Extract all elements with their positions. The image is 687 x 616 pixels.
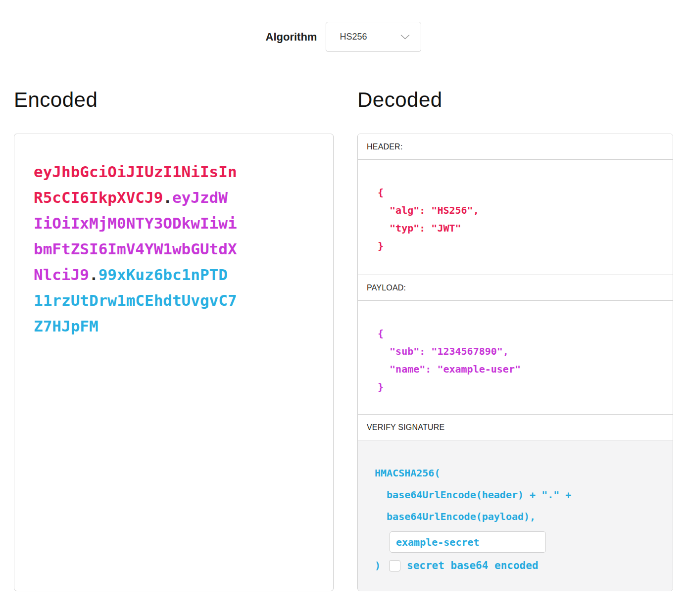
encoded-column: Encoded eyJhbGciOiJIUzI1NiIsInR5cCI6IkpX… xyxy=(14,89,334,591)
signature-footer: ) secret base64 encoded xyxy=(375,560,673,571)
signature-code: HMACSHA256( base64UrlEncode(header) + ".… xyxy=(375,462,673,527)
header-json-editor[interactable]: { "alg": "HS256", "typ": "JWT" } xyxy=(358,160,673,275)
verify-signature-panel: HMACSHA256( base64UrlEncode(header) + ".… xyxy=(358,440,673,591)
decoded-title: Decoded xyxy=(357,89,673,111)
payload-section-label: PAYLOAD: xyxy=(358,275,673,301)
algorithm-select[interactable]: HS256 xyxy=(326,22,421,52)
verify-signature-section-label: VERIFY SIGNATURE xyxy=(358,415,673,440)
decoded-column: Decoded HEADER: { "alg": "HS256", "typ":… xyxy=(357,89,673,591)
chevron-down-icon xyxy=(400,34,410,40)
header-section-label: HEADER: xyxy=(358,134,673,160)
algorithm-bar: Algorithm HS256 xyxy=(0,0,687,52)
payload-json-editor[interactable]: { "sub": "1234567890", "name": "example-… xyxy=(358,301,673,415)
token-separator: . xyxy=(163,189,172,206)
secret-base64-label[interactable]: secret base64 encoded xyxy=(407,560,539,571)
signature-close-paren: ) xyxy=(375,560,381,571)
debugger-main: Encoded eyJhbGciOiJIUzI1NiIsInR5cCI6IkpX… xyxy=(0,89,687,591)
encoded-title: Encoded xyxy=(14,89,334,111)
token-separator: . xyxy=(89,266,98,284)
payload-json: { "sub": "1234567890", "name": "example-… xyxy=(378,325,673,396)
decoded-panel: HEADER: { "alg": "HS256", "typ": "JWT" }… xyxy=(357,134,673,591)
header-json: { "alg": "HS256", "typ": "JWT" } xyxy=(378,184,673,255)
algorithm-label: Algorithm xyxy=(266,31,317,44)
secret-input[interactable] xyxy=(390,531,546,553)
jwt-token[interactable]: eyJhbGciOiJIUzI1NiIsInR5cCI6IkpXVCJ9.eyJ… xyxy=(34,159,237,339)
algorithm-selected-value: HS256 xyxy=(340,32,367,42)
encoded-token-editor[interactable]: eyJhbGciOiJIUzI1NiIsInR5cCI6IkpXVCJ9.eyJ… xyxy=(14,134,334,591)
secret-base64-checkbox[interactable] xyxy=(389,560,400,571)
